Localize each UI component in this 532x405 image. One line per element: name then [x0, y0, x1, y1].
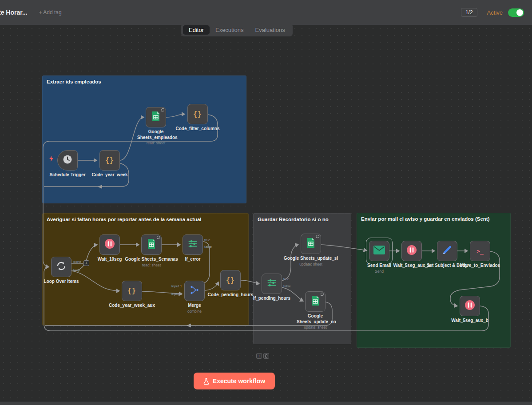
toggle-knob: [516, 9, 523, 16]
node-label: Loop Over Items: [44, 279, 79, 284]
node-label: Wait_5seg_aux_b: [451, 318, 488, 323]
node-label: Wait_10seg: [98, 257, 122, 262]
node-label: Code_year_week: [91, 172, 127, 177]
node-loop-over-items[interactable]: Loop Over Items: [51, 257, 71, 277]
node-wait-10seg[interactable]: Wait_10seg: [99, 234, 120, 255]
input-label-2: input 2: [171, 292, 182, 296]
node-code-year-week[interactable]: {} Code_year_week: [99, 150, 120, 171]
spreadsheet-icon: [311, 295, 320, 308]
spreadsheet-icon: [306, 238, 315, 250]
pause-icon: [406, 244, 417, 258]
trigger-bolt-icon: [49, 156, 54, 162]
node-subtitle: update: sheet: [281, 262, 341, 267]
sync-icon: [161, 108, 165, 112]
output-label-true: true: [283, 277, 290, 281]
view-tabs: Editor Executions Evaluations: [181, 23, 293, 36]
clock-icon: [62, 154, 73, 167]
sticky-title: Averiguar si faltan horas por reportar a…: [43, 214, 248, 225]
execute-workflow-label: Execute workflow: [213, 377, 265, 385]
sticky-note-send[interactable]: Enviar por mail el aviso y guardar en en…: [357, 213, 511, 348]
filter-icon: [266, 278, 277, 290]
output-label-true: true: [204, 238, 210, 242]
node-label: If_pending_hours: [253, 296, 290, 301]
execute-workflow-button[interactable]: Execute workflow: [194, 373, 275, 389]
add-node-button[interactable]: +: [83, 260, 89, 266]
pause-icon: [464, 299, 476, 313]
node-label: Google Sheets_update_no: [297, 314, 336, 324]
workflow-title[interactable]: te Horar...: [0, 9, 28, 16]
node-merge[interactable]: Mergecombine: [184, 281, 205, 301]
pencil-icon: [442, 245, 452, 257]
output-label-done: done: [73, 260, 81, 264]
node-set-subject-body[interactable]: Set Subject & Body: [437, 241, 457, 261]
node-wait-5seg-aux-b[interactable]: Wait_5seg_aux_b: [460, 296, 480, 316]
active-toggle[interactable]: [508, 8, 524, 17]
node-subtitle: read: sheet: [122, 263, 181, 268]
node-subtitle: Send: [354, 269, 404, 274]
node-label: Code_filter_columns: [176, 126, 220, 131]
node-google-sheets-update-no[interactable]: Google Sheets_update_noupdate: sheet: [305, 291, 326, 312]
node-if-pending-hours[interactable]: If_pending_hours: [262, 274, 282, 294]
node-code-year-week-aux[interactable]: {} Code_year_week_aux: [122, 281, 142, 301]
sticky-title: Guardar Recordatorio si o no: [254, 214, 351, 225]
add-tag-button[interactable]: + Add tag: [39, 9, 62, 16]
plus-button[interactable]: +: [256, 353, 262, 359]
spreadsheet-icon: [147, 238, 156, 251]
node-label: Move_to_Enviados: [460, 263, 500, 268]
braces-icon: {}: [193, 110, 202, 118]
spreadsheet-icon: [151, 111, 160, 123]
braces-icon: {}: [127, 287, 136, 295]
node-label: If_error: [185, 257, 200, 262]
node-google-sheets-semanas[interactable]: Google Sheets_Semanasread: sheet: [141, 234, 162, 255]
tab-editor[interactable]: Editor: [183, 25, 210, 35]
braces-icon: {}: [105, 156, 114, 164]
plus-icon: +: [258, 354, 260, 358]
pause-icon: [104, 238, 115, 251]
trash-button[interactable]: [263, 353, 269, 359]
workflow-canvas[interactable]: Extraer ids empleados Averiguar si falta…: [0, 25, 532, 401]
output-label-false: false: [283, 284, 291, 288]
node-label: Code_year_week_aux: [109, 303, 155, 308]
sync-icon: [316, 234, 320, 238]
node-code-filter-columns[interactable]: {} Code_filter_columns: [187, 104, 208, 124]
node-label: Google Sheets_empleados: [137, 129, 178, 140]
trash-icon: [264, 354, 268, 358]
envelope-icon: [373, 246, 385, 256]
loop-icon: [56, 260, 67, 274]
pagination-badge: 1/2: [461, 8, 477, 17]
active-label: Active: [487, 9, 503, 16]
node-if-error[interactable]: If_error: [183, 234, 203, 255]
node-label: Merge: [188, 303, 201, 308]
node-subtitle: combine: [170, 309, 219, 314]
node-code-pending-hours[interactable]: {} Code_pending_hours: [220, 270, 241, 290]
node-subtitle: update: sheet: [297, 325, 334, 330]
node-wait-5seg-aux-a[interactable]: Wait_5seg_aux_a: [401, 241, 422, 261]
input-label-1: input 1: [171, 284, 182, 288]
node-google-sheets-empleados[interactable]: Google Sheets_empleadosread: sheet: [146, 107, 166, 127]
node-move-to-enviados[interactable]: >_ Move_to_Enviados: [470, 241, 490, 261]
bottom-bar: [0, 401, 532, 405]
node-send-email[interactable]: Send EmailSend: [369, 241, 389, 261]
node-subtitle: read: sheet: [137, 141, 175, 146]
node-schedule-trigger[interactable]: Schedule Trigger: [57, 150, 78, 171]
filter-icon: [187, 238, 198, 251]
flask-icon: [203, 378, 209, 385]
sync-icon: [156, 235, 160, 239]
tab-executions[interactable]: Executions: [210, 25, 250, 35]
output-label-false: false: [204, 245, 212, 249]
node-label: Google Sheets_update_si: [284, 256, 338, 261]
node-google-sheets-update-si[interactable]: Google Sheets_update_siupdate: sheet: [301, 234, 321, 254]
node-label: Schedule Trigger: [49, 172, 85, 177]
terminal-icon: >_: [476, 248, 484, 254]
sync-icon: [320, 292, 324, 296]
canvas-mini-toolbar: +: [256, 353, 269, 359]
top-bar: te Horar... + Add tag 1/2 Active: [0, 0, 532, 25]
merge-icon: [189, 285, 200, 297]
sticky-title: Extraer ids empleados: [43, 76, 246, 87]
node-label: Code_pending_hours: [208, 292, 254, 297]
plus-icon: +: [85, 261, 88, 266]
sticky-title: Enviar por mail el aviso y guardar en en…: [357, 213, 510, 225]
tab-evaluations[interactable]: Evaluations: [250, 25, 291, 35]
output-label-loop: loop: [73, 268, 80, 272]
braces-icon: {}: [226, 276, 235, 284]
